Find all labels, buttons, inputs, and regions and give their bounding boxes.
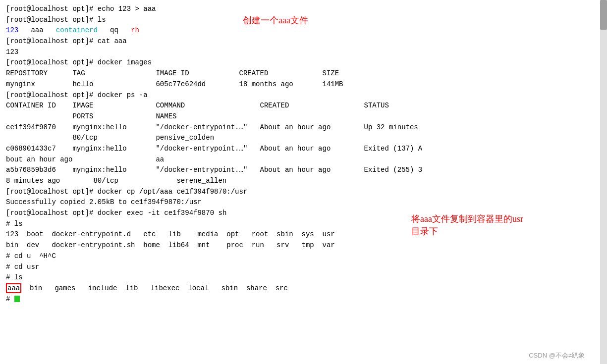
terminal-line-11: PORTS NAMES [6,111,589,122]
terminal-line-15: bout an hour ago aa [6,155,589,165]
terminal-line-13: 80/tcp pensive_colden [6,133,589,144]
scrollbar[interactable] [600,0,607,364]
terminal-line-14: c068901433c7 mynginx:hello "/docker-entr… [6,144,589,155]
terminal-line-4: [root@localhost opt]# cat aaa [6,36,589,47]
terminal-line-18: [root@localhost opt]# docker cp /opt/aaa… [6,187,589,198]
terminal-line-10: CONTAINER ID IMAGE COMMAND CREATED STATU… [6,101,589,111]
scrollbar-thumb[interactable] [600,0,607,30]
terminal-line-9: [root@localhost opt]# docker ps -a [6,90,589,101]
terminal-line-23: bin dev docker-entrypoint.sh home lib64 … [6,240,589,251]
terminal-line-17: 8 minutes ago 80/tcp serene_allen [6,176,589,187]
terminal-line-25: # cd usr [6,262,589,273]
terminal-line-5: 123 [6,47,589,58]
terminal-line-8: mynginx hello 605c77e624dd 18 months ago… [6,79,589,90]
terminal-line-7: REPOSITORY TAG IMAGE ID CREATED SIZE [6,68,589,79]
terminal-line-28: # [6,294,589,305]
terminal-line-24: # cd u ^H^C [6,251,589,262]
csdn-watermark: CSDN @不会≠趴象 [529,351,585,361]
annotation-create-file: 创建一个aaa文件 [243,14,308,27]
terminal-line-6: [root@localhost opt]# docker images [6,57,589,68]
terminal-line-19: Successfully copied 2.05kB to ce1f394f98… [6,197,589,208]
terminal-line-26: # ls [6,272,589,283]
terminal-line-27: aaa bin games include lib libexec local … [6,283,589,294]
terminal-line-12: ce1f394f9870 mynginx:hello "/docker-entr… [6,122,589,133]
terminal-line-1: [root@localhost opt]# echo 123 > aaa [6,4,589,15]
terminal-line-16: a5b76859b3d6 mynginx:hello "/docker-entr… [6,165,589,176]
annotation-copy-file: 将aaa文件复制到容器里的usr目录下 [411,213,523,238]
terminal-window: [root@localhost opt]# echo 123 > aaa [ro… [0,0,595,364]
